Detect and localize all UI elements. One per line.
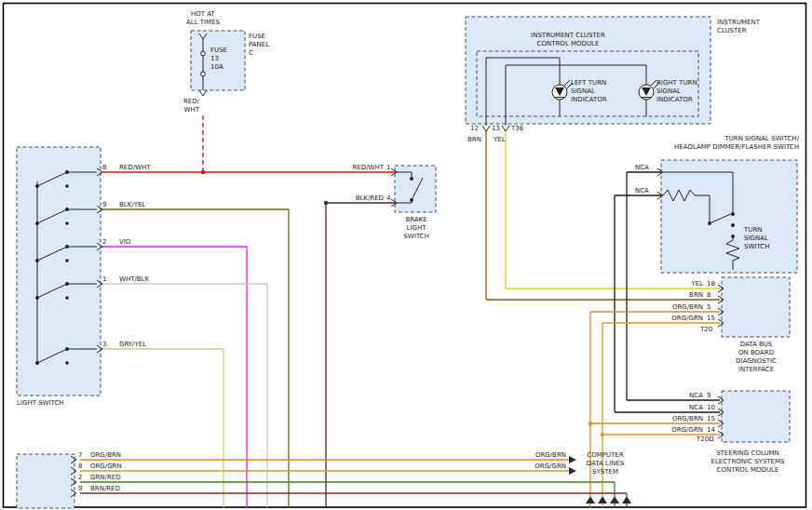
wire-label: YEL (656, 280, 703, 289)
fuse-panel-label: FUSE PANEL C (249, 33, 288, 58)
pin-number: 8 (78, 463, 88, 471)
pin-number: 12 (470, 125, 481, 133)
pin-number: 7 (78, 451, 88, 460)
wire-label: BLK/RED (343, 195, 384, 203)
pin-number: 5 (707, 303, 720, 312)
pin-number: 15 (707, 415, 720, 423)
offpage-up-arrow (598, 496, 607, 503)
wire-label: RED/WHT (343, 164, 384, 172)
wire-label: VIO (119, 238, 175, 247)
wire-label: BRN (656, 291, 703, 300)
pin-number: 9 (78, 485, 88, 493)
left-indicator-label: LEFT TURN SIGNAL INDICATOR (571, 79, 614, 104)
junction-dot (201, 170, 205, 174)
wire-label: WHT/BLK (119, 275, 175, 284)
pin-number: 2 (102, 238, 114, 247)
turn-signal-header-label: TURN SIGNAL SWITCH/ HEADLAMP DIMMER/FLAS… (652, 135, 799, 152)
data-bus-box (722, 277, 790, 337)
pin-number: 18 (707, 280, 720, 289)
turn-signal-switch-label: TURN SIGNAL SWITCH (744, 226, 791, 251)
red-wht-feed-label: RED/ WHT (173, 98, 199, 114)
connector-id: T20 (700, 326, 721, 334)
pin-number: 15 (707, 315, 720, 323)
offpage-up-arrow (586, 496, 595, 503)
wire-label: ORG/BRN (656, 415, 703, 423)
brake-switch-label: BRAKE LIGHT SWITCH (394, 216, 439, 241)
wire-label: ORG/BRN (90, 451, 137, 460)
offpage-up-arrow (622, 496, 631, 503)
computer-data-lines-label: COMPUTER DATA LINES SYSTEM (575, 451, 635, 476)
light-switch-box (17, 147, 101, 396)
pin-number: 2 (78, 474, 88, 482)
pin-number: 9 (707, 392, 720, 400)
pin-number: 13 (492, 125, 503, 133)
wire-blk-red (324, 201, 395, 507)
connector-id: T36 (511, 125, 532, 133)
fuse-label: FUSE 13 10A (210, 47, 242, 72)
offpage-up-arrow (610, 496, 619, 503)
turn-signal-switch-box (661, 160, 797, 273)
wire-label: BRN (467, 136, 488, 144)
hot-at-all-times-label: HOT AT ALL TIMES (175, 10, 231, 27)
right-indicator-label: RIGHT TURN SIGNAL INDICATOR (656, 79, 701, 104)
wire-label: NCA (656, 404, 703, 412)
connector-id: T20D (697, 436, 721, 444)
pin-number: 10 (707, 404, 720, 412)
wire-label: NCA (635, 164, 656, 172)
wire-label: ORG/GRN (520, 463, 566, 471)
pin-number: 4 (386, 195, 396, 203)
wire-label: GRN/RED (90, 474, 137, 482)
wire-label: ORG/BRN (520, 451, 566, 460)
wire-label: BRN/RED (90, 485, 137, 493)
pin-number: 1 (102, 275, 114, 284)
pin-number: 9 (102, 201, 114, 209)
wire-label: GRY/YEL (119, 341, 175, 349)
pin-number: 3 (102, 341, 114, 349)
wire-label: NCA (656, 392, 703, 400)
steering-module-label: STEERING COLUMN ELECTRONIC SYSTEMS CONTR… (704, 450, 792, 475)
wire-label: ORG/BRN (656, 303, 703, 312)
bottom-connector-box (17, 454, 74, 508)
wire-label: NCA (635, 187, 656, 195)
pin-number: 1 (386, 164, 396, 172)
wire-label: BLK/YEL (119, 201, 175, 209)
cluster-module-label: INSTRUMENT CLUSTER CONTROL MODULE (492, 32, 644, 48)
wire-gry-yel (102, 349, 223, 507)
wiring-diagram-page: HOT AT ALL TIMES FUSE PANEL C FUSE 13 10… (0, 0, 812, 510)
junction-dot (601, 433, 604, 436)
wire-label: YEL (494, 136, 514, 144)
wire-label: RED/WHT (119, 164, 175, 172)
data-bus-label: DATA BUS ON BOARD DIAGNOSTIC INTERFACE (721, 341, 792, 374)
light-switch-label: LIGHT SWITCH (17, 399, 91, 408)
wire-label: ORG/GRN (656, 315, 703, 323)
wire-brn-red (80, 493, 627, 507)
pin-number: 8 (102, 164, 114, 172)
instrument-cluster-label: INSTRUMENT CLUSTER (717, 19, 792, 35)
steering-module-box (722, 391, 790, 442)
junction-dot (589, 422, 592, 425)
pin-number: 8 (707, 291, 720, 300)
wire-label: ORG/GRN (656, 426, 703, 435)
wire-grn-red (80, 482, 615, 507)
wire-label: ORG/GRN (90, 463, 137, 471)
junction-dot (324, 201, 328, 205)
pin-number: 14 (707, 426, 720, 435)
